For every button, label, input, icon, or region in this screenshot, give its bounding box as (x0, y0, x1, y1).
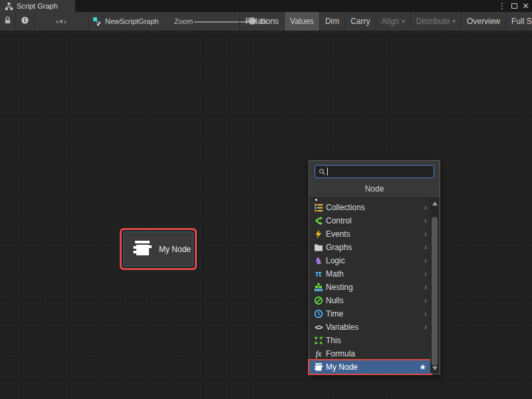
formula-icon: fx (314, 349, 323, 358)
list-item-graphs[interactable]: Graphs › (309, 241, 431, 254)
script-graph-asset-icon (92, 17, 102, 26)
chevron-right-icon: › (424, 229, 427, 239)
unit-icon (314, 362, 323, 372)
graph-toolbar: ‹×› NewScriptGraph Zoom 1x Relations (0, 12, 532, 31)
info-icon (21, 16, 29, 27)
tab-title: Script Graph (17, 2, 58, 10)
favorite-star-icon[interactable]: ★ (419, 362, 426, 372)
lock-icon (3, 16, 12, 27)
time-icon (314, 309, 323, 319)
chevron-down-icon: ▾ (452, 18, 456, 25)
scrollbar-thumb[interactable] (432, 217, 438, 366)
fullscreen-button[interactable]: Full S (505, 12, 532, 31)
chevron-right-icon: › (424, 309, 427, 319)
carry-button[interactable]: Carry (344, 12, 375, 31)
graph-reference[interactable]: NewScriptGraph (92, 12, 159, 31)
list-item-variables[interactable]: <> Variables › (309, 321, 431, 334)
script-graph-window: Script Graph ⋮ ✕ ‹×› (0, 0, 532, 399)
toolbar-toggles: Relations Values Dim Carry Align ▾ Distr… (239, 12, 532, 31)
chevron-right-icon: › (424, 296, 427, 305)
zoom-control: Zoom 1x (174, 12, 193, 31)
code-icon: ‹×› (56, 17, 67, 25)
nulls-icon (314, 296, 323, 305)
chevron-right-icon: › (424, 323, 427, 332)
chevron-right-icon: › (424, 216, 427, 225)
maximize-icon[interactable] (509, 0, 519, 12)
window-menu-icon[interactable]: ⋮ (497, 0, 507, 12)
variables-icon: <> (314, 323, 323, 332)
distribute-dropdown[interactable]: Distribute ▾ (410, 12, 461, 31)
list-item-logic[interactable]: ♞ Logic › (309, 254, 431, 267)
my-node-unit[interactable]: My Node (123, 231, 194, 267)
list-item-nulls[interactable]: Nulls › (309, 294, 431, 307)
code-preview-button[interactable]: ‹×› (35, 12, 89, 31)
chevron-right-icon: › (424, 203, 427, 212)
search-icon (317, 167, 327, 176)
list-item-time[interactable]: Time › (309, 307, 431, 321)
scroll-up-icon[interactable] (430, 199, 439, 207)
collections-icon (314, 203, 323, 212)
list-item-this[interactable]: This (309, 334, 431, 347)
search-field[interactable] (315, 165, 434, 178)
zoom-label: Zoom (174, 17, 193, 25)
chevron-right-icon: › (424, 269, 427, 279)
search-area (309, 161, 440, 182)
scroll-down-icon[interactable] (430, 364, 439, 372)
chevron-right-icon: › (424, 283, 427, 292)
list-item-math[interactable]: π Math › (309, 267, 431, 281)
overview-button[interactable]: Overview (461, 12, 505, 31)
list-item-control[interactable]: Control › (309, 214, 431, 227)
finder-header: Node (309, 182, 440, 198)
graph-hierarchy-icon (4, 1, 13, 11)
list-item-formula[interactable]: fx Formula (309, 347, 431, 360)
graph-name: NewScriptGraph (105, 17, 159, 25)
math-icon: π (314, 269, 323, 279)
this-icon (314, 336, 323, 345)
close-icon[interactable]: ✕ (521, 0, 531, 12)
list-item-nesting[interactable]: Nesting › (309, 281, 431, 294)
tab-script-graph[interactable]: Script Graph (0, 0, 75, 12)
finder-scrollbar[interactable] (430, 198, 439, 373)
dim-button[interactable]: Dim (319, 12, 344, 31)
logic-icon: ♞ (314, 256, 323, 265)
chevron-right-icon: › (424, 243, 427, 252)
tab-bar: Script Graph ⋮ ✕ (0, 0, 532, 12)
nesting-icon (314, 283, 323, 292)
events-icon (314, 229, 323, 239)
align-dropdown[interactable]: Align ▾ (376, 12, 410, 31)
finder-list: Collections › Control › (309, 198, 440, 374)
node-label: My Node (159, 245, 191, 254)
unit-icon (132, 239, 152, 259)
node-finder-popup: Node Collections › (309, 160, 440, 374)
lock-button[interactable] (0, 12, 16, 31)
values-button[interactable]: Values (284, 12, 319, 31)
list-item-collections[interactable]: Collections › (309, 201, 431, 214)
graph-canvas[interactable]: My Node (0, 31, 532, 399)
graphs-icon (314, 243, 323, 252)
control-icon (314, 216, 323, 225)
list-item-events[interactable]: Events › (309, 227, 431, 241)
chevron-right-icon: › (424, 256, 427, 265)
search-input[interactable] (327, 166, 434, 178)
chevron-down-icon: ▾ (402, 18, 405, 25)
text-caret (327, 168, 328, 176)
list-item-my-node[interactable]: My Node ★ (309, 360, 431, 374)
info-button[interactable] (16, 12, 35, 31)
relations-button[interactable]: Relations (239, 12, 284, 31)
